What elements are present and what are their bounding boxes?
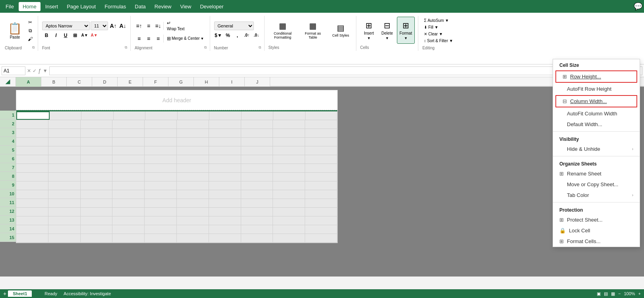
page-cell[interactable] (241, 190, 273, 199)
page-cell[interactable] (209, 120, 241, 129)
italic-button[interactable]: I (52, 31, 60, 40)
clear-button[interactable]: ✕ Clear ▼ (422, 31, 444, 37)
page-cell[interactable] (241, 138, 273, 146)
page-cell[interactable] (177, 164, 209, 172)
page-cell[interactable] (112, 234, 145, 242)
page-cell[interactable] (48, 234, 81, 242)
row-number[interactable]: 1 (0, 111, 16, 119)
page-cell[interactable] (305, 138, 337, 146)
page-cell[interactable] (241, 216, 273, 225)
page-cell[interactable] (81, 199, 113, 207)
row-number[interactable]: 15 (0, 233, 16, 242)
page-cell[interactable] (177, 138, 209, 146)
row-number[interactable]: 3 (0, 128, 16, 137)
page-cell[interactable] (305, 199, 337, 207)
currency-button[interactable]: $▼ (214, 31, 223, 40)
page-cell[interactable] (112, 164, 145, 172)
page-cell[interactable] (177, 120, 209, 129)
page-cell[interactable] (209, 111, 242, 120)
page-cell[interactable] (273, 146, 305, 155)
menu-insert[interactable]: Insert (41, 2, 62, 11)
underline-button[interactable]: U (61, 31, 70, 40)
page-cell[interactable] (112, 138, 145, 146)
page-cell[interactable] (16, 181, 48, 190)
page-cell[interactable] (81, 155, 113, 164)
page-cell[interactable] (177, 208, 209, 216)
cell-styles-button[interactable]: ▤ Cell Styles (329, 17, 353, 44)
decrease-font-size-button[interactable]: A↓ (118, 21, 127, 30)
font-expand[interactable]: ⧉ (125, 45, 127, 50)
page-cell[interactable] (81, 164, 113, 172)
page-cell[interactable] (16, 146, 48, 155)
page-cell[interactable] (81, 138, 113, 146)
page-cell[interactable] (16, 216, 48, 225)
page-cell[interactable] (209, 164, 241, 172)
page-cell[interactable] (16, 173, 48, 181)
page-cell[interactable] (177, 234, 209, 242)
page-cell[interactable] (209, 225, 241, 234)
page-cell[interactable] (16, 111, 50, 120)
page-cell[interactable] (209, 138, 241, 146)
number-expand[interactable]: ⧉ (259, 45, 261, 50)
page-cell[interactable] (81, 234, 113, 242)
page-cell[interactable] (209, 208, 241, 216)
clipboard-expand[interactable]: ⧉ (32, 45, 35, 50)
page-cell[interactable] (209, 129, 241, 137)
format-button[interactable]: ⊞ Format ▼ (397, 17, 415, 44)
page-cell[interactable] (145, 173, 177, 181)
page-cell[interactable] (112, 173, 145, 181)
col-header-D[interactable]: D (92, 77, 118, 87)
page-cell[interactable] (305, 216, 337, 225)
row-number[interactable]: 14 (0, 224, 16, 233)
select-all-triangle[interactable] (6, 80, 10, 84)
bold-button[interactable]: B (42, 31, 51, 40)
col-header-A[interactable]: A (16, 77, 41, 87)
paste-button[interactable]: 📋 Paste (5, 17, 25, 44)
row-number[interactable]: 7 (0, 163, 16, 172)
col-header-E[interactable]: E (118, 77, 143, 87)
font-color-button[interactable]: A▼ (90, 31, 99, 40)
row-number[interactable]: 9 (0, 181, 16, 189)
align-center-button[interactable]: ≡ (144, 34, 153, 43)
alignment-expand[interactable]: ⧉ (204, 45, 207, 50)
default-width-item[interactable]: ⊞ Default Width... (553, 119, 640, 130)
wrap-text-button[interactable]: ↵ Wrap Text (164, 18, 187, 33)
page-cell[interactable] (241, 155, 273, 164)
page-cell[interactable] (209, 146, 241, 155)
page-cell[interactable] (114, 111, 146, 120)
page-cell[interactable] (48, 155, 81, 164)
page-cell[interactable] (16, 199, 48, 207)
page-cell[interactable] (305, 190, 337, 199)
page-cell[interactable] (81, 208, 113, 216)
page-cell[interactable] (305, 234, 337, 242)
page-cell[interactable] (177, 225, 209, 234)
page-cell[interactable] (48, 208, 81, 216)
page-cell[interactable] (145, 138, 177, 146)
row-number[interactable]: 8 (0, 172, 16, 181)
page-cell[interactable] (177, 190, 209, 199)
page-cell[interactable] (112, 129, 145, 137)
number-format-select[interactable]: General (214, 21, 254, 30)
page-cell[interactable] (273, 216, 305, 225)
row-number[interactable]: 4 (0, 137, 16, 146)
row-number[interactable]: 13 (0, 216, 16, 224)
menu-data[interactable]: Data (131, 2, 149, 11)
page-cell[interactable] (48, 173, 81, 181)
page-cell[interactable] (241, 225, 273, 234)
page-cell[interactable] (48, 216, 81, 225)
page-cell[interactable] (48, 138, 81, 146)
menu-page-layout[interactable]: Page Layout (63, 2, 100, 11)
confirm-icon[interactable]: ✓ (33, 68, 37, 74)
align-right-button[interactable]: ≡ (154, 34, 162, 43)
page-cell[interactable] (48, 120, 81, 129)
page-cell[interactable] (16, 225, 48, 234)
comma-button[interactable]: , (233, 31, 242, 40)
page-cell[interactable] (145, 111, 178, 120)
page-cell[interactable] (241, 146, 273, 155)
page-cell[interactable] (305, 120, 337, 129)
page-cell[interactable] (145, 199, 177, 207)
page-cell[interactable] (209, 190, 241, 199)
page-cell[interactable] (241, 199, 273, 207)
page-cell[interactable] (81, 111, 114, 120)
page-cell[interactable] (241, 173, 273, 181)
